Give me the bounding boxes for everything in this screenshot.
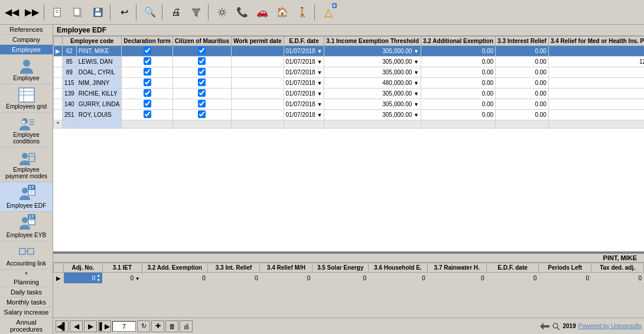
interest-relief-cell[interactable]: 0.00 bbox=[496, 78, 549, 89]
work-permit-cell[interactable] bbox=[232, 89, 284, 99]
interest-relief-cell[interactable]: 0.00 bbox=[496, 99, 549, 110]
search-button[interactable]: 🔍 bbox=[141, 3, 160, 22]
sidebar-item-employee-edf[interactable]: 17 Employee EDF bbox=[0, 182, 53, 212]
interest-relief-cell[interactable] bbox=[496, 120, 549, 129]
sidebar-item-employee-conditions[interactable]: Employee conditions bbox=[0, 113, 53, 148]
med-health-cell[interactable]: 0.00 bbox=[548, 89, 644, 99]
nav-refresh-button[interactable]: ↻ bbox=[137, 320, 150, 332]
sidebar-item-employee-payment-modes[interactable]: Employee payment modes bbox=[0, 148, 53, 182]
bottom-cell-relief_mh[interactable]: 0 bbox=[260, 273, 313, 284]
declaration-cell[interactable] bbox=[122, 89, 173, 99]
nav-prev-button[interactable]: ◀ bbox=[70, 320, 83, 332]
edf-date-cell[interactable]: 01/07/2018 ▼ bbox=[284, 99, 324, 110]
declaration-cell[interactable] bbox=[122, 110, 173, 120]
table-row[interactable]: ▶62PINT, MIKE01/07/2018 ▼305,000.00 ▼0.0… bbox=[54, 46, 645, 57]
work-permit-cell[interactable] bbox=[232, 120, 284, 129]
declaration-cell[interactable] bbox=[122, 67, 173, 78]
bottom-cell-adj_no[interactable]: 0▲▼ bbox=[63, 273, 103, 284]
interest-relief-cell[interactable]: 0.00 bbox=[496, 57, 549, 67]
person-button[interactable]: 🚶 bbox=[293, 3, 312, 22]
med-health-cell[interactable]: 0.00 bbox=[548, 67, 644, 78]
emp-name-cell[interactable]: RICHIE, KILLY bbox=[76, 89, 122, 99]
med-health-cell[interactable]: 0.00 bbox=[548, 110, 644, 120]
add-exemption-cell[interactable]: 0.00 bbox=[421, 46, 496, 57]
new-button[interactable] bbox=[48, 3, 67, 22]
add-exemption-cell[interactable] bbox=[421, 120, 496, 129]
sidebar-item-company[interactable]: Company bbox=[0, 35, 53, 45]
bottom-cell-household_e[interactable]: 0 bbox=[368, 273, 427, 284]
edf-date-cell[interactable]: 01/07/2018 ▼ bbox=[284, 78, 324, 89]
add-exemption-cell[interactable]: 0.00 bbox=[421, 67, 496, 78]
declaration-cell[interactable] bbox=[122, 78, 173, 89]
edf-date-cell[interactable]: 01/07/2018 ▼ bbox=[284, 46, 324, 57]
sidebar-item-employees-grid[interactable]: Employees grid bbox=[0, 84, 53, 113]
income-threshold-cell[interactable]: 305,000.00 ▼ bbox=[324, 57, 421, 67]
income-threshold-cell[interactable]: 305,000.00 ▼ bbox=[324, 67, 421, 78]
declaration-cell[interactable] bbox=[122, 99, 173, 110]
add-exemption-cell[interactable]: 0.00 bbox=[421, 89, 496, 99]
bottom-cell-tax_ded_adj[interactable]: 0 bbox=[591, 273, 644, 284]
income-threshold-cell[interactable]: 305,000.00 ▼ bbox=[324, 110, 421, 120]
sub-menu-annual-procedures[interactable]: Annual procedures bbox=[0, 317, 53, 334]
income-threshold-cell[interactable]: 305,000.00 ▼ bbox=[324, 89, 421, 99]
interest-relief-cell[interactable]: 0.00 bbox=[496, 46, 549, 57]
med-health-cell[interactable] bbox=[548, 120, 644, 129]
emp-name-cell[interactable]: DOAL, CYRIL bbox=[76, 67, 122, 78]
print-button[interactable]: 🖨 bbox=[167, 3, 186, 22]
edf-date-cell[interactable]: 01/07/2018 ▼ bbox=[284, 89, 324, 99]
emp-name-cell[interactable]: PINT, MIKE bbox=[76, 46, 122, 57]
emp-name-cell[interactable] bbox=[76, 120, 122, 129]
emp-code-cell[interactable]: 89 bbox=[63, 67, 77, 78]
interest-relief-cell[interactable]: 0.00 bbox=[496, 89, 549, 99]
bottom-cell-solar_energy[interactable]: 0 bbox=[313, 273, 369, 284]
car-button[interactable]: 🚗 bbox=[253, 3, 272, 22]
table-row[interactable]: 85LEWIS, DAN01/07/2018 ▼305,000.00 ▼0.00… bbox=[54, 57, 645, 67]
work-permit-cell[interactable] bbox=[232, 67, 284, 78]
emp-code-cell[interactable]: 139 bbox=[63, 89, 77, 99]
sidebar-item-employee-top[interactable]: Employee bbox=[0, 45, 53, 55]
sidebar-item-accounting-link[interactable]: Accounting link bbox=[0, 241, 53, 270]
nav-add-button[interactable]: ✚ bbox=[151, 320, 164, 332]
emp-code-cell[interactable]: 85 bbox=[63, 57, 77, 67]
bottom-cell-add_exemption[interactable]: 0 bbox=[142, 273, 207, 284]
home-button[interactable]: 🏠 bbox=[273, 3, 292, 22]
citizen-cell[interactable] bbox=[173, 78, 231, 89]
income-threshold-cell[interactable]: 305,000.00 ▼ bbox=[324, 46, 421, 57]
table-row[interactable]: 89DOAL, CYRIL01/07/2018 ▼305,000.00 ▼0.0… bbox=[54, 67, 645, 78]
nav-next-button[interactable]: ▶ bbox=[84, 320, 97, 332]
table-row[interactable]: 115NIM, JINNY01/07/2018 ▼480,000.00 ▼0.0… bbox=[54, 78, 645, 89]
table-row[interactable]: 251ROY, LOUIS01/07/2018 ▼305,000.00 ▼0.0… bbox=[54, 110, 645, 120]
declaration-cell[interactable] bbox=[122, 120, 173, 129]
work-permit-cell[interactable] bbox=[232, 78, 284, 89]
back-button[interactable]: ◀◀ bbox=[2, 3, 21, 22]
declaration-cell[interactable] bbox=[122, 46, 173, 57]
med-health-cell[interactable]: 0.00 bbox=[548, 99, 644, 110]
citizen-cell[interactable] bbox=[173, 120, 231, 129]
income-threshold-cell[interactable]: 305,000.00 ▼ bbox=[324, 99, 421, 110]
work-permit-cell[interactable] bbox=[232, 99, 284, 110]
emp-code-cell[interactable]: 115 bbox=[63, 78, 77, 89]
sub-menu-monthly-tasks[interactable]: Monthly tasks bbox=[0, 297, 53, 307]
sidebar-item-employee-eyb[interactable]: 17 Employee EYB bbox=[0, 212, 53, 241]
declaration-cell[interactable] bbox=[122, 57, 173, 67]
sub-menu-planning[interactable]: Planning bbox=[0, 277, 53, 287]
powered-by-link[interactable]: Powered by Uniconsults bbox=[578, 323, 642, 329]
bottom-cell-edf_date[interactable]: 0 bbox=[486, 273, 539, 284]
emp-name-cell[interactable]: NIM, JINNY bbox=[76, 78, 122, 89]
filter-button[interactable] bbox=[187, 3, 206, 22]
bottom-cell-iet[interactable]: 0 ▼ bbox=[103, 273, 142, 284]
sub-menu-salary-increase[interactable]: Salary increase bbox=[0, 307, 53, 317]
bottom-table-area[interactable]: Adj. No. 3.1 IET 3.2 Add. Exemption 3.3 … bbox=[53, 263, 644, 284]
emp-name-cell[interactable]: GURRY, LINDA bbox=[76, 99, 122, 110]
citizen-cell[interactable] bbox=[173, 67, 231, 78]
work-permit-cell[interactable] bbox=[232, 110, 284, 120]
med-health-cell[interactable]: 0.00 bbox=[548, 78, 644, 89]
sidebar-item-employee[interactable]: Employee bbox=[0, 55, 53, 84]
interest-relief-cell[interactable]: 0.00 bbox=[496, 110, 549, 120]
table-row[interactable]: 139RICHIE, KILLY01/07/2018 ▼305,000.00 ▼… bbox=[54, 89, 645, 99]
nav-page-input[interactable] bbox=[112, 321, 136, 332]
edf-date-cell[interactable]: 01/07/2018 ▼ bbox=[284, 67, 324, 78]
save-button[interactable] bbox=[89, 3, 108, 22]
add-exemption-cell[interactable]: 0.00 bbox=[421, 78, 496, 89]
copy-button[interactable] bbox=[69, 3, 87, 22]
